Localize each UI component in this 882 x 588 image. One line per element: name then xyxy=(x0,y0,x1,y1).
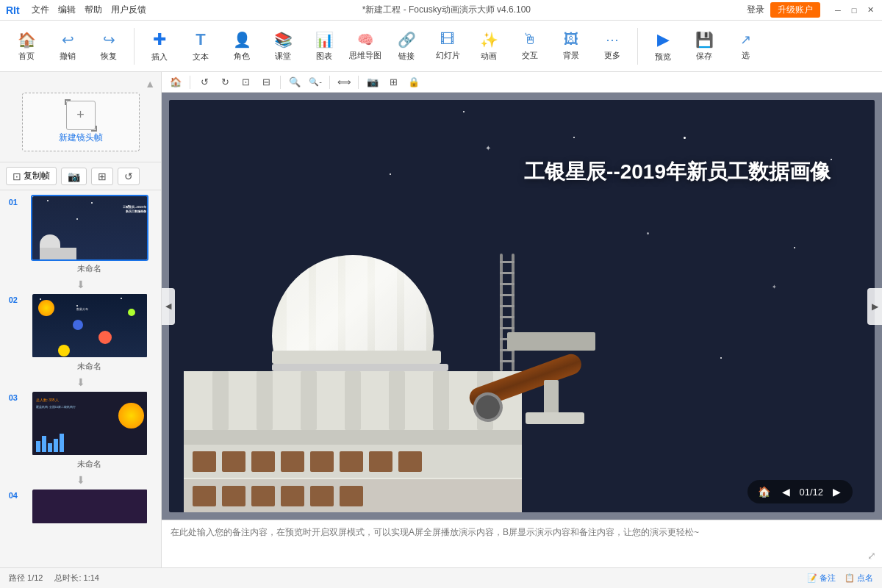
toolbar-chart-label: 图表 xyxy=(316,51,332,62)
toolbar-anim[interactable]: ✨ 动画 xyxy=(470,25,508,68)
new-frame-corner-br xyxy=(91,126,97,132)
new-frame-button[interactable]: + 新建镜头帧 xyxy=(22,93,140,151)
toolbar-undo-label: 撤销 xyxy=(60,51,76,62)
class-icon: 📚 xyxy=(274,31,293,49)
canvas-zoomout-btn[interactable]: 🔍- xyxy=(307,74,323,90)
window-title: *新建工程 - Focusky动画演示大师 v4.6.100 xyxy=(146,4,747,16)
toolbar-select[interactable]: ↗ 选 xyxy=(726,25,764,68)
toolbar-mindmap[interactable]: 🧠 思维导图 xyxy=(346,25,384,68)
close-button[interactable]: ✕ xyxy=(864,4,876,16)
slide-thumb-wrap-3: 总人数: 335人 覆盖机构: 全国15家二级机构行 xyxy=(22,390,157,470)
menu-edit[interactable]: 编辑 xyxy=(58,4,76,16)
toolbar-slideshow[interactable]: 🎞 幻灯片 xyxy=(429,25,467,68)
toolbar-divider-1 xyxy=(134,28,135,65)
slide-item-1[interactable]: 01 工银星辰--2019年新员工数据画像 xyxy=(4,195,157,274)
canvas-grid-btn[interactable]: ⊞ xyxy=(385,74,401,90)
maximize-button[interactable]: □ xyxy=(848,4,860,16)
status-bar: 路径 1/12 总时长: 1:14 📝 备注 📋 点名 xyxy=(0,567,882,588)
toolbar-link[interactable]: 🔗 链接 xyxy=(387,25,426,68)
dome-stripe-1 xyxy=(287,255,309,351)
toolbar-text[interactable]: T 文本 xyxy=(182,25,220,68)
slide-thumb-2[interactable]: 数量分布 xyxy=(31,293,148,359)
toolbar-undo[interactable]: ↩ 撤销 xyxy=(49,25,87,68)
canvas-sep-2 xyxy=(280,76,281,89)
slide-item-3[interactable]: 03 总人数: 335人 覆盖机构: 全国15家二级机构行 xyxy=(4,390,157,470)
titlebar: RIt 文件 编辑 帮助 用户反馈 *新建工程 - Focusky动画演示大师 … xyxy=(0,0,882,21)
menu-file[interactable]: 文件 xyxy=(32,4,49,16)
canvas-flip-btn[interactable]: ⊡ xyxy=(237,74,254,90)
notes-expand-button[interactable]: ⤢ xyxy=(867,550,876,562)
callout-tool-label: 点名 xyxy=(857,573,873,584)
camera-button[interactable]: 📷 xyxy=(61,168,87,185)
nav-home-button[interactable]: 🏠 xyxy=(755,483,772,501)
canvas-lock-btn[interactable]: 🔒 xyxy=(406,74,422,90)
toolbar-redo-label: 恢复 xyxy=(101,51,117,62)
column-6 xyxy=(433,371,449,430)
toolbar-save[interactable]: 💾 保存 xyxy=(685,25,723,68)
toolbar-preview[interactable]: ▶ 预览 xyxy=(644,25,682,68)
slide-num-4: 04 xyxy=(4,488,18,500)
telescope xyxy=(448,336,595,424)
slide-canvas: ✦ ✦ ✦ xyxy=(169,100,875,512)
canvas-zoomin-btn[interactable]: 🔍 xyxy=(287,74,303,90)
menu-help[interactable]: 帮助 xyxy=(85,4,102,16)
slide-item-2[interactable]: 02 数量分布 xyxy=(4,293,157,372)
canvas-home-btn[interactable]: 🏠 xyxy=(168,74,184,90)
canvas-rotate-btn[interactable]: ↺ xyxy=(196,74,212,90)
slide-thumb-3[interactable]: 总人数: 335人 覆盖机构: 全国15家二级机构行 xyxy=(31,390,148,456)
window-2 xyxy=(222,451,245,472)
star xyxy=(573,137,575,138)
toolbar-more[interactable]: ⋯ 更多 xyxy=(593,25,631,68)
copy-frame-button[interactable]: ⊡ 复制帧 xyxy=(6,167,57,185)
slide-item-4[interactable]: 04 xyxy=(4,488,157,525)
sidebar-toggle-button[interactable]: ◀ xyxy=(162,288,175,325)
window-8 xyxy=(398,451,422,472)
ladder-rung-2 xyxy=(500,272,514,274)
redo-icon: ↪ xyxy=(103,31,115,49)
dome xyxy=(272,255,434,351)
minimize-button[interactable]: ─ xyxy=(832,4,844,16)
window-11 xyxy=(251,486,275,506)
toolbar-chart[interactable]: 📊 图表 xyxy=(305,25,343,68)
frame-tool-button[interactable]: ⊞ xyxy=(91,168,113,185)
slide-name-2: 未命名 xyxy=(77,361,101,372)
anim-icon: ✨ xyxy=(480,31,498,49)
role-icon: 👤 xyxy=(233,31,251,49)
window-5 xyxy=(310,451,334,472)
toolbar-redo[interactable]: ↪ 恢复 xyxy=(90,25,128,68)
upgrade-button[interactable]: 升级账户 xyxy=(770,2,820,18)
toolbar-home[interactable]: 🏠 首页 xyxy=(7,25,46,68)
toolbar-class[interactable]: 📚 课堂 xyxy=(264,25,302,68)
toolbar-bg[interactable]: 🖼 背景 xyxy=(552,25,590,68)
column-2 xyxy=(257,371,273,430)
toolbar-insert[interactable]: ✚ 插入 xyxy=(140,25,179,68)
canvas-screenshot-btn[interactable]: 📷 xyxy=(365,74,381,90)
canvas-fit-btn[interactable]: ⟺ xyxy=(336,74,352,90)
frame-icon: ⊞ xyxy=(98,171,107,182)
notes-textarea[interactable] xyxy=(162,520,882,567)
toolbar-role[interactable]: 👤 角色 xyxy=(223,25,261,68)
window-12 xyxy=(281,486,304,506)
canvas-flip2-btn[interactable]: ⊟ xyxy=(258,74,274,90)
slide-thumb-4[interactable] xyxy=(31,488,148,525)
canvas-rotate2-btn[interactable]: ↻ xyxy=(217,74,233,90)
window-controls: ─ □ ✕ xyxy=(832,4,876,16)
slide-separator-2: ⬇ xyxy=(4,376,157,388)
right-panel-toggle[interactable]: ▶ xyxy=(867,288,882,325)
more-actions-button[interactable]: ↺ xyxy=(118,168,140,185)
login-button[interactable]: 登录 xyxy=(747,4,764,16)
menu-feedback[interactable]: 用户反馈 xyxy=(111,4,146,16)
toolbar-interact[interactable]: 🖱 交互 xyxy=(511,25,549,68)
notes-icon: 📝 xyxy=(807,573,817,583)
nav-next-button[interactable]: ▶ xyxy=(828,483,845,501)
sidebar-collapse-icon[interactable]: ▲ xyxy=(145,78,155,90)
notes-tool-button[interactable]: 📝 备注 xyxy=(807,573,836,584)
thumb-slide1-bg: 工银星辰--2019年新员工数据画像 xyxy=(32,196,148,261)
slide-thumb-1[interactable]: 工银星辰--2019年新员工数据画像 xyxy=(31,195,148,261)
toolbar-select-label: 选 xyxy=(742,50,750,61)
undo-icon: ↩ xyxy=(62,31,74,49)
nav-prev-button[interactable]: ◀ xyxy=(777,483,795,501)
callout-tool-button[interactable]: 📋 点名 xyxy=(845,573,873,584)
notes-tool-label: 备注 xyxy=(820,573,836,584)
sidebar-top: ▲ + 新建镜头帧 xyxy=(0,72,161,162)
